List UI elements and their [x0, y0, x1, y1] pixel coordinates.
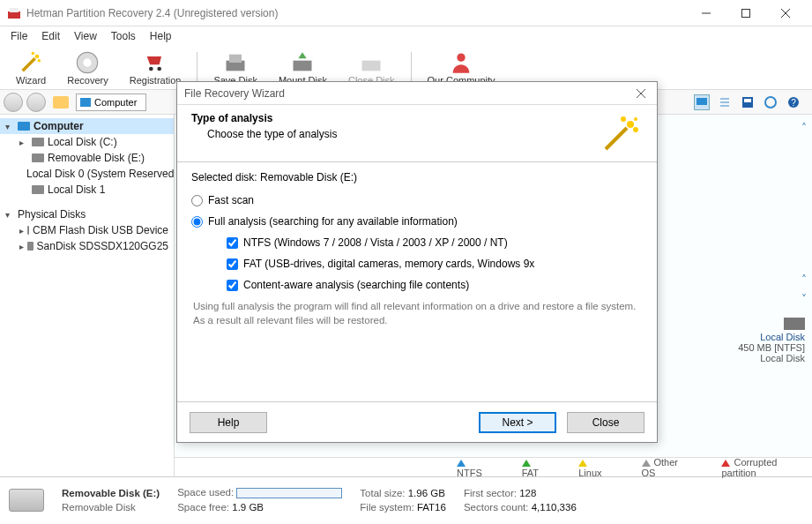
tree-computer[interactable]: ▾ Computer	[0, 118, 174, 134]
status-size-col: Total size: 1.96 GB File system: FAT16	[360, 488, 446, 513]
toolbar-separator	[197, 52, 197, 84]
tree-label: Removable Disk (E:)	[48, 152, 145, 164]
disk-card-size: 450 MB [NTFS]	[708, 342, 805, 353]
tree-local-0[interactable]: Local Disk 0 (System Reserved	[0, 166, 174, 182]
svg-point-17	[457, 53, 465, 61]
help-button[interactable]: Help	[190, 412, 267, 433]
svg-rect-23	[744, 99, 751, 102]
view-monitor-icon[interactable]	[694, 94, 710, 110]
up-folder-button[interactable]	[53, 96, 69, 109]
title-bar: Hetman Partition Recovery 2.4 (Unregiste…	[0, 0, 812, 26]
full-analysis-input[interactable]	[191, 216, 203, 228]
fat-check-input[interactable]	[227, 258, 238, 270]
legend-other: Other OS	[642, 457, 694, 478]
next-button[interactable]: Next >	[479, 412, 556, 433]
svg-rect-14	[229, 54, 242, 62]
status-space-col: Space used: Space free: 1.9 GB	[177, 487, 342, 513]
svg-point-30	[621, 116, 626, 122]
expand-chevron-icon[interactable]: ˅	[801, 293, 807, 305]
legend-bar: NTFS FAT Linux Other OS Corrupted partit…	[175, 457, 812, 476]
status-fs: File system: FAT16	[360, 502, 446, 513]
nav-forward-button[interactable]	[26, 93, 46, 112]
ntfs-checkbox[interactable]: NTFS (Windows 7 / 2008 / Vista / 2003 / …	[191, 236, 643, 249]
menu-help[interactable]: Help	[143, 28, 179, 44]
view-icons: ?	[694, 94, 808, 110]
wizard-label: Wizard	[16, 75, 46, 86]
content-check-input[interactable]	[227, 280, 238, 291]
content-aware-checkbox[interactable]: Content-aware analysis (searching file c…	[191, 279, 643, 291]
file-recovery-wizard-dialog: File Recovery Wizard Type of analysis Ch…	[176, 81, 658, 443]
help-icon[interactable]: ?	[786, 94, 801, 110]
svg-point-8	[38, 58, 41, 62]
expander-icon[interactable]: ▾	[5, 122, 14, 131]
dialog-title: File Recovery Wizard	[184, 87, 285, 100]
expander-icon[interactable]: ▸	[19, 242, 24, 251]
recovery-button[interactable]: Recovery	[58, 49, 116, 87]
wizard-wand-icon	[600, 112, 643, 154]
content-check-label: Content-aware analysis (searching file c…	[243, 279, 469, 291]
svg-point-29	[627, 121, 634, 128]
tree-cbm[interactable]: ▸ CBM Flash Disk USB Device	[0, 222, 174, 238]
ntfs-check-input[interactable]	[227, 237, 238, 249]
collapse-chevron-icon[interactable]: ˄	[801, 122, 807, 134]
window-controls	[686, 0, 805, 26]
status-name-col: Removable Disk (E:) Removable Disk	[62, 488, 160, 513]
ntfs-check-label: NTFS (Windows 7 / 2008 / Vista / 2003 / …	[243, 236, 508, 249]
legend-fat: FAT	[522, 457, 551, 478]
tree-local-1[interactable]: Local Disk 1	[0, 182, 174, 198]
legend-linux: Linux	[578, 457, 613, 478]
close-button[interactable]: Close	[567, 412, 644, 433]
options-icon[interactable]	[763, 94, 778, 110]
svg-rect-3	[741, 9, 749, 17]
dialog-titlebar: File Recovery Wizard	[177, 82, 657, 105]
tree-sandisk[interactable]: ▸ SanDisk SDSSDX120GG25	[0, 238, 174, 254]
fast-scan-input[interactable]	[191, 195, 203, 206]
fat-checkbox[interactable]: FAT (USB-drives, digital cameras, memory…	[191, 258, 643, 270]
registration-label: Registration	[130, 75, 182, 86]
menu-bar: File Edit View Tools Help	[0, 26, 812, 46]
dialog-separator	[177, 161, 657, 162]
drive-icon	[784, 318, 805, 330]
svg-rect-15	[294, 60, 312, 71]
minimize-button[interactable]	[686, 0, 726, 26]
svg-point-31	[633, 127, 638, 132]
disk-card-sub: Local Disk	[708, 353, 805, 363]
svg-rect-1	[10, 8, 19, 12]
expander-icon[interactable]: ▾	[5, 210, 14, 220]
svg-point-11	[149, 66, 153, 71]
usage-bar	[236, 488, 342, 498]
menu-view[interactable]: View	[67, 28, 104, 44]
dialog-hint: Using full analysis the program will fin…	[191, 300, 643, 327]
address-text: Computer	[94, 97, 137, 108]
svg-point-7	[32, 51, 35, 55]
expander-icon[interactable]: ▸	[19, 138, 28, 147]
full-analysis-radio[interactable]: Full analysis (searching for any availab…	[191, 215, 643, 228]
tree-removable-e[interactable]: Removable Disk (E:)	[0, 150, 174, 166]
menu-edit[interactable]: Edit	[34, 28, 67, 44]
computer-icon	[18, 122, 30, 131]
menu-tools[interactable]: Tools	[104, 28, 143, 44]
close-button[interactable]	[765, 0, 805, 26]
fast-scan-radio[interactable]: Fast scan	[191, 194, 643, 206]
wizard-button[interactable]: Wizard	[7, 49, 55, 87]
lifebuoy-icon	[75, 50, 100, 75]
svg-point-12	[157, 66, 161, 71]
drive-icon	[32, 138, 44, 146]
address-bar[interactable]: Computer	[76, 94, 146, 111]
view-tree-icon[interactable]	[717, 94, 733, 110]
close-disk-icon	[359, 50, 384, 75]
menu-file[interactable]: File	[4, 28, 34, 44]
drive-icon	[32, 185, 44, 194]
nav-back-button[interactable]	[4, 93, 23, 112]
mount-disk-icon	[290, 50, 315, 75]
maximize-button[interactable]	[726, 0, 765, 26]
collapse-chevron-icon[interactable]: ˄	[801, 273, 807, 286]
tree-local-c[interactable]: ▸ Local Disk (C:)	[0, 134, 174, 150]
legend-ntfs: NTFS	[457, 457, 494, 478]
tree-physical-disks[interactable]: ▾ Physical Disks	[0, 206, 174, 222]
dialog-close-button[interactable]	[632, 85, 650, 102]
expander-icon[interactable]: ▸	[19, 226, 24, 236]
svg-point-24	[765, 97, 776, 108]
tree-label: Local Disk 1	[48, 183, 105, 196]
save-icon[interactable]	[740, 94, 756, 110]
